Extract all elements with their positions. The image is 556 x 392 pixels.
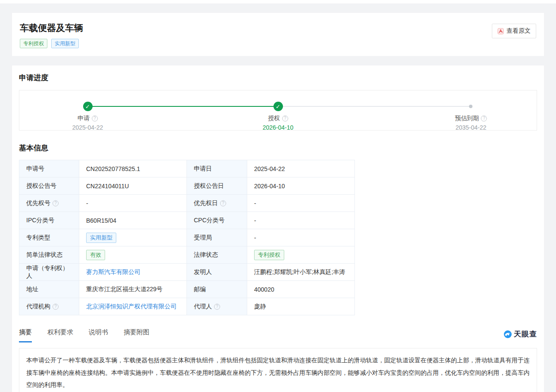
cell-label-patent-type: 专利类型 [19, 229, 79, 246]
abstract-panel: 本申请公开了一种车载便器及车辆，车载便器包括便器主体和滑轨组件，滑轨组件包括固定… [19, 348, 537, 392]
applicant-link[interactable]: 赛力斯汽车有限公司 [86, 268, 140, 275]
cell-label-application-number: 申请号 [19, 160, 79, 177]
tag-row: 专利授权 实用新型 [20, 39, 536, 48]
step-application-label: 申请 [78, 115, 90, 122]
cell-value-accepting-office: - [247, 229, 355, 246]
step-application: 申请 2025-04-22 [72, 115, 103, 131]
cell-label-cpc-class: CPC分类号 [187, 212, 247, 229]
cell-label-agent: 代理人 [187, 298, 247, 315]
table-row: 申请号 CN202520778525.1 申请日 2025-04-22 [19, 160, 355, 177]
view-original-label: 查看原文 [506, 27, 531, 35]
brand-logo: 天眼查 [503, 329, 537, 342]
help-icon[interactable] [53, 200, 59, 206]
cell-label-application-date: 申请日 [187, 160, 247, 177]
cell-label-ipc-class: IPC分类号 [19, 212, 79, 229]
tianyancha-icon [503, 330, 512, 339]
view-original-button[interactable]: 查看原文 [492, 24, 536, 38]
tag-patent-grant: 专利授权 [20, 39, 47, 48]
section-title-basic-info: 基本信息 [19, 143, 537, 153]
table-row: 授权公告号 CN224104011U 授权公告日 2026-04-10 [19, 177, 355, 195]
step-application-date: 2025-04-22 [72, 124, 103, 131]
cell-value-address: 重庆市江北区福生大道229号 [79, 281, 187, 298]
cell-value-priority-date: - [247, 195, 355, 212]
help-icon[interactable] [92, 115, 98, 121]
cell-label-accepting-office: 受理局 [187, 229, 247, 246]
cell-value-priority-number: - [79, 195, 187, 212]
tag-valid: 有效 [86, 250, 105, 260]
step-estimated-expiry-date: 2035-04-22 [455, 124, 487, 131]
step-estimated-expiry-label: 预估到期 [455, 115, 479, 122]
table-row: IPC分类号 B60R15/04 CPC分类号 - [19, 212, 355, 229]
cell-value-cpc-class: - [247, 212, 355, 229]
table-row: 申请（专利权）人 赛力斯汽车有限公司 发明人 汪鹏程;郑耀凯;叶小军;林真廷;丰… [19, 264, 355, 281]
cell-label-address: 地址 [19, 281, 79, 298]
content-tabs: 摘要 权利要求 说明书 摘要附图 天眼查 [19, 328, 537, 342]
basic-info-table: 申请号 CN202520778525.1 申请日 2025-04-22 授权公告… [19, 160, 355, 315]
timeline-segment-pending [278, 106, 471, 107]
section-title-progress: 申请进度 [19, 73, 537, 83]
brand-name: 天眼查 [514, 329, 537, 339]
tab-abstract-figure[interactable]: 摘要附图 [124, 328, 149, 342]
table-row: 地址 重庆市江北区福生大道229号 邮编 400020 [19, 281, 355, 298]
pdf-icon [497, 28, 504, 34]
cell-value-agent: 庞静 [247, 298, 355, 315]
abstract-text: 本申请公开了一种车载便器及车辆，车载便器包括便器主体和滑轨组件，滑轨组件包括固定… [26, 357, 530, 388]
table-row: 简单法律状态 有效 法律状态 专利授权 [19, 246, 355, 264]
help-icon[interactable] [220, 200, 226, 206]
help-icon[interactable] [214, 304, 220, 310]
help-icon[interactable] [282, 115, 288, 121]
check-circle-icon: ✓ [273, 102, 283, 111]
cell-label-legal-status: 法律状态 [187, 246, 247, 264]
cell-value-legal-status: 专利授权 [247, 246, 355, 264]
cell-label-agency: 代理机构 [19, 298, 79, 315]
timeline-segment-done [88, 106, 278, 107]
cell-label-simple-legal-status: 简单法律状态 [19, 246, 79, 264]
cell-value-ipc-class: B60R15/04 [79, 212, 187, 229]
tag-utility-model: 实用新型 [51, 39, 79, 48]
cell-value-grant-pub-date: 2026-04-10 [247, 177, 355, 195]
tab-abstract[interactable]: 摘要 [19, 328, 32, 342]
step-grant: 授权 2026-04-10 [263, 115, 294, 131]
patent-header-card: 车载便器及车辆 专利授权 实用新型 查看原文 [12, 13, 544, 56]
agency-link[interactable]: 北京润泽恒知识产权代理有限公司 [86, 303, 177, 310]
cell-label-postcode: 邮编 [187, 281, 247, 298]
tag-patent-granted: 专利授权 [254, 250, 284, 260]
cell-label-priority-number: 优先权号 [19, 195, 79, 212]
tab-claims[interactable]: 权利要求 [47, 328, 73, 342]
table-row: 优先权号 - 优先权日 - [19, 195, 355, 212]
tab-description[interactable]: 说明书 [89, 328, 108, 342]
cell-value-patent-type: 实用新型 [79, 229, 187, 246]
help-icon[interactable] [481, 115, 487, 121]
table-row: 代理机构 北京润泽恒知识产权代理有限公司 代理人 庞静 [19, 298, 355, 315]
patent-detail-card: 申请进度 ✓ ✓ 申请 2025-04-22 授权 2026-04-10 预估到… [12, 65, 544, 392]
cell-value-agency: 北京润泽恒知识产权代理有限公司 [79, 298, 187, 315]
step-grant-date: 2026-04-10 [263, 124, 294, 131]
application-progress-timeline: ✓ ✓ 申请 2025-04-22 授权 2026-04-10 预估到期 203… [19, 90, 537, 131]
cell-value-applicant: 赛力斯汽车有限公司 [79, 264, 187, 281]
step-grant-label: 授权 [268, 115, 280, 122]
cell-label-applicant: 申请（专利权）人 [19, 264, 79, 281]
cell-label-grant-pub-date: 授权公告日 [187, 177, 247, 195]
tag-utility-model: 实用新型 [86, 233, 116, 243]
cell-value-simple-legal-status: 有效 [79, 246, 187, 264]
cell-value-application-date: 2025-04-22 [247, 160, 355, 177]
cell-value-postcode: 400020 [247, 281, 355, 298]
cell-label-inventors: 发明人 [187, 264, 247, 281]
check-circle-icon: ✓ [83, 102, 93, 111]
help-icon[interactable] [53, 304, 59, 310]
top-strip [0, 0, 556, 3]
page-title: 车载便器及车辆 [20, 22, 536, 34]
cell-label-grant-pub-number: 授权公告号 [19, 177, 79, 195]
cell-value-grant-pub-number: CN224104011U [79, 177, 187, 195]
table-row: 专利类型 实用新型 受理局 - [19, 229, 355, 246]
cell-value-application-number: CN202520778525.1 [79, 160, 187, 177]
pending-dot-icon [469, 105, 472, 108]
step-estimated-expiry: 预估到期 2035-04-22 [455, 115, 487, 131]
cell-label-priority-date: 优先权日 [187, 195, 247, 212]
cell-value-inventors: 汪鹏程;郑耀凯;叶小军;林真廷;丰涛 [247, 264, 355, 281]
